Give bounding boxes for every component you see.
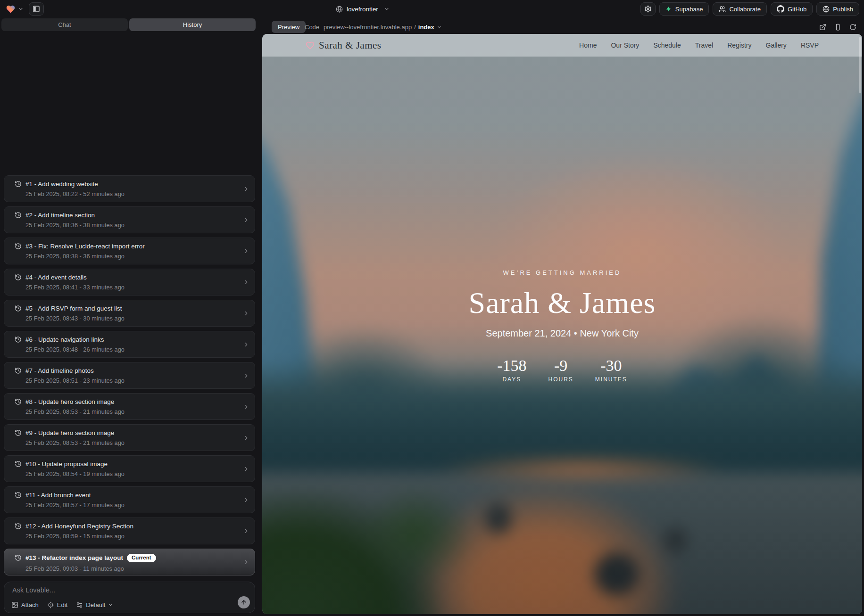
- chevron-right-icon[interactable]: [243, 528, 249, 534]
- history-item-timestamp: 25 Feb 2025, 08:51 - 23 minutes ago: [25, 377, 239, 384]
- history-item-timestamp: 25 Feb 2025, 08:38 - 36 minutes ago: [25, 253, 239, 260]
- edit-label: Edit: [57, 601, 67, 608]
- mode-select[interactable]: Default: [76, 601, 113, 608]
- site-nav-link[interactable]: Our Story: [611, 41, 639, 49]
- history-icon: [15, 367, 22, 374]
- chevron-right-icon[interactable]: [243, 435, 249, 441]
- lovable-heart-logo[interactable]: [6, 4, 16, 14]
- history-icon: [15, 305, 22, 312]
- history-item-title: #10 - Update proposal image: [25, 460, 108, 468]
- history-item[interactable]: #13 - Refactor index page layout Current…: [4, 549, 255, 575]
- site-nav-link[interactable]: Travel: [695, 41, 713, 49]
- project-selector[interactable]: lovefrontier: [336, 0, 390, 18]
- sidebar-toggle-button[interactable]: [29, 2, 44, 16]
- chevron-right-icon[interactable]: [243, 466, 249, 472]
- preview-url[interactable]: preview--lovefrontier.lovable.app / inde…: [324, 21, 442, 33]
- url-page: index: [418, 24, 434, 31]
- open-external-button[interactable]: [819, 24, 826, 31]
- ask-lovable-input[interactable]: [12, 586, 220, 594]
- publish-globe-icon: [822, 6, 830, 13]
- mode-label: Default: [86, 601, 105, 608]
- chevron-right-icon[interactable]: [243, 341, 249, 348]
- history-item-title: #3 - Fix: Resolve Lucide-react import er…: [25, 243, 145, 250]
- edit-button[interactable]: Edit: [47, 601, 67, 608]
- send-button[interactable]: [238, 596, 250, 608]
- tab-history[interactable]: History: [129, 18, 256, 31]
- chevron-right-icon[interactable]: [243, 372, 249, 379]
- history-item-title: #4 - Add event details: [25, 274, 87, 281]
- collaborate-button[interactable]: Collaborate: [713, 2, 767, 16]
- history-icon: [15, 523, 22, 530]
- mobile-view-button[interactable]: [834, 24, 841, 31]
- countdown-value: -30: [600, 357, 622, 375]
- sidebar-tabs: Chat History: [1, 18, 256, 31]
- chevron-right-icon[interactable]: [243, 279, 249, 286]
- site-nav-link[interactable]: Gallery: [766, 41, 787, 49]
- site-brand[interactable]: Sarah & James: [306, 40, 381, 51]
- countdown-column: -30 MINUTES: [595, 357, 627, 383]
- history-icon: [15, 554, 22, 561]
- history-item[interactable]: #4 - Add event details 25 Feb 2025, 08:4…: [4, 269, 255, 296]
- history-item[interactable]: #5 - Add RSVP form and guest list 25 Feb…: [4, 300, 255, 327]
- brand-name: Sarah & James: [319, 40, 381, 51]
- publish-label: Publish: [833, 6, 853, 13]
- supabase-bolt-icon: [665, 6, 672, 12]
- preview-scrollbar[interactable]: [859, 37, 861, 93]
- current-badge: Current: [127, 554, 156, 562]
- attach-label: Attach: [21, 601, 39, 608]
- history-list: #1 - Add wedding website 25 Feb 2025, 08…: [4, 175, 255, 580]
- project-name: lovefrontier: [347, 6, 378, 13]
- history-icon: [15, 243, 22, 250]
- history-icon: [15, 460, 22, 468]
- history-item-timestamp: 25 Feb 2025, 08:54 - 19 minutes ago: [25, 470, 239, 477]
- supabase-button[interactable]: Supabase: [659, 2, 709, 16]
- url-chevron-down-icon: [437, 25, 442, 30]
- history-item[interactable]: #8 - Update hero section image 25 Feb 20…: [4, 393, 255, 420]
- attach-button[interactable]: Attach: [11, 601, 39, 608]
- site-preview-frame: Sarah & James HomeOur StoryScheduleTrave…: [262, 34, 862, 614]
- site-nav: HomeOur StoryScheduleTravelRegistryGalle…: [579, 41, 819, 49]
- site-nav-link[interactable]: RSVP: [801, 41, 819, 49]
- site-nav-link[interactable]: Home: [579, 41, 597, 49]
- chevron-right-icon[interactable]: [243, 217, 249, 223]
- site-nav-link[interactable]: Schedule: [653, 41, 681, 49]
- history-item-title: #1 - Add wedding website: [25, 181, 98, 188]
- history-item[interactable]: #12 - Add Honeyfund Registry Section 25 …: [4, 517, 255, 544]
- history-icon: [15, 429, 22, 436]
- history-item[interactable]: #1 - Add wedding website 25 Feb 2025, 08…: [4, 175, 255, 202]
- users-icon: [719, 6, 726, 13]
- history-item-timestamp: 25 Feb 2025, 08:53 - 21 minutes ago: [25, 439, 239, 446]
- chevron-right-icon[interactable]: [243, 497, 249, 503]
- tab-chat[interactable]: Chat: [1, 18, 128, 31]
- publish-button[interactable]: Publish: [816, 2, 859, 16]
- history-item-timestamp: 25 Feb 2025, 08:53 - 21 minutes ago: [25, 408, 239, 415]
- history-item[interactable]: #6 - Update navigation links 25 Feb 2025…: [4, 331, 255, 358]
- history-item-timestamp: 25 Feb 2025, 08:48 - 26 minutes ago: [25, 346, 239, 353]
- supabase-label: Supabase: [675, 6, 703, 13]
- history-item-title: #11 - Add brunch event: [25, 492, 91, 499]
- url-host: preview--lovefrontier.lovable.app: [324, 24, 412, 31]
- hero-eyebrow: WE’RE GETTING MARRIED: [503, 269, 622, 276]
- github-button[interactable]: GitHub: [771, 2, 813, 16]
- code-tab[interactable]: Code: [301, 21, 323, 33]
- settings-button[interactable]: [640, 2, 656, 16]
- history-item[interactable]: #10 - Update proposal image 25 Feb 2025,…: [4, 455, 255, 482]
- history-item-title: #7 - Add timeline photos: [25, 367, 94, 374]
- history-item-timestamp: 25 Feb 2025, 08:22 - 52 minutes ago: [25, 190, 239, 197]
- chevron-right-icon[interactable]: [243, 248, 249, 255]
- chevron-right-icon[interactable]: [243, 186, 249, 192]
- image-icon: [11, 601, 18, 608]
- chevron-right-icon[interactable]: [243, 310, 249, 317]
- logo-chevron-down-icon[interactable]: [18, 6, 24, 12]
- history-item[interactable]: #3 - Fix: Resolve Lucide-react import er…: [4, 238, 255, 264]
- chevron-right-icon[interactable]: [243, 403, 249, 410]
- site-nav-link[interactable]: Registry: [727, 41, 751, 49]
- chevron-right-icon[interactable]: [243, 559, 249, 566]
- history-item[interactable]: #11 - Add brunch event 25 Feb 2025, 08:5…: [4, 486, 255, 513]
- history-icon: [15, 274, 22, 281]
- countdown-column: -158 DAYS: [497, 357, 526, 383]
- history-item[interactable]: #2 - Add timeline section 25 Feb 2025, 0…: [4, 206, 255, 233]
- history-item[interactable]: #9 - Update hero section image 25 Feb 20…: [4, 424, 255, 451]
- refresh-button[interactable]: [849, 24, 856, 31]
- history-item[interactable]: #7 - Add timeline photos 25 Feb 2025, 08…: [4, 362, 255, 389]
